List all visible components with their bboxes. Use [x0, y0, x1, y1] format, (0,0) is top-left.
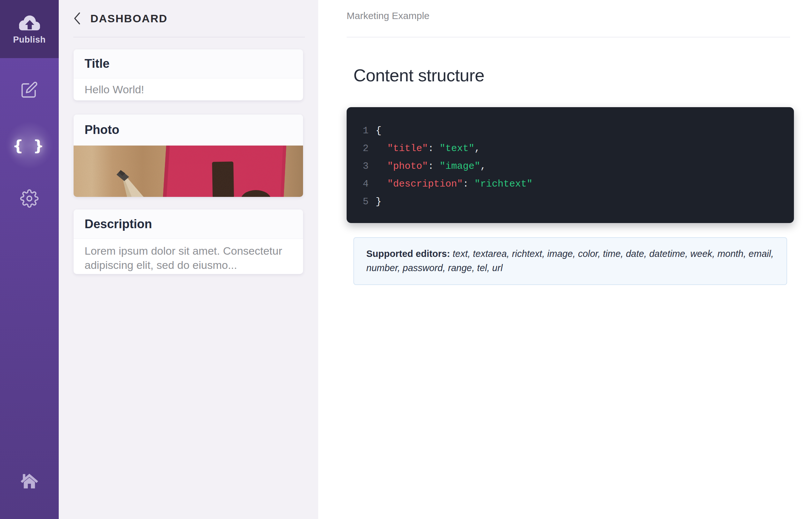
title-input[interactable]: Hello World! — [74, 79, 303, 100]
settings-gear-icon — [20, 189, 39, 208]
field-label: Photo — [74, 115, 303, 146]
code-braces-icon: { } — [12, 137, 46, 154]
sidebar-item-content-structure[interactable]: { } — [0, 133, 59, 157]
panel-header: DASHBOARD — [73, 11, 168, 25]
chevron-left-icon — [73, 11, 81, 25]
sidebar-item-settings[interactable] — [0, 189, 59, 208]
code-block: 1{2 "title": "text",3 "photo": "image",4… — [347, 107, 794, 223]
field-card-photo: Photo — [74, 115, 303, 197]
photo-image — [74, 146, 303, 197]
code-line: 1{ — [357, 122, 784, 139]
main-divider — [347, 37, 790, 37]
back-button[interactable] — [73, 11, 81, 25]
publish-label: Publish — [13, 35, 46, 45]
sidebar-item-home[interactable] — [0, 471, 59, 491]
upload-cloud-icon — [16, 13, 43, 32]
app: Publish { } — [0, 0, 812, 519]
code-line: 4 "description": "richtext" — [357, 175, 784, 193]
code-line: 3 "photo": "image", — [357, 157, 784, 175]
page-title: Content structure — [353, 65, 485, 85]
sidebar-item-editor[interactable] — [0, 81, 59, 99]
field-label: Title — [74, 49, 303, 79]
panel-title: DASHBOARD — [90, 12, 168, 25]
field-label: Description — [74, 209, 303, 239]
preview-pane: Marketing Example Content structure 1{2 … — [318, 0, 812, 519]
breadcrumb: Marketing Example — [347, 10, 430, 21]
edit-icon — [21, 81, 38, 98]
home-icon — [20, 472, 39, 490]
sidebar: Publish { } — [0, 0, 59, 519]
publish-button[interactable]: Publish — [0, 0, 59, 58]
code-line: 5} — [357, 193, 784, 210]
supported-editors-label: Supported editors: — [366, 249, 450, 259]
content-panel: DASHBOARD Title Hello World! Photo — [59, 0, 318, 519]
description-input[interactable]: Lorem ipsum dolor sit amet. Consectetur … — [74, 239, 303, 274]
field-card-title: Title Hello World! — [74, 49, 303, 100]
supported-editors-note: Supported editors: text, textarea, richt… — [353, 237, 787, 285]
panel-divider — [73, 37, 305, 37]
code-line: 2 "title": "text", — [357, 139, 784, 157]
photo-thumbnail[interactable] — [74, 146, 303, 197]
field-card-description: Description Lorem ipsum dolor sit amet. … — [74, 209, 303, 274]
